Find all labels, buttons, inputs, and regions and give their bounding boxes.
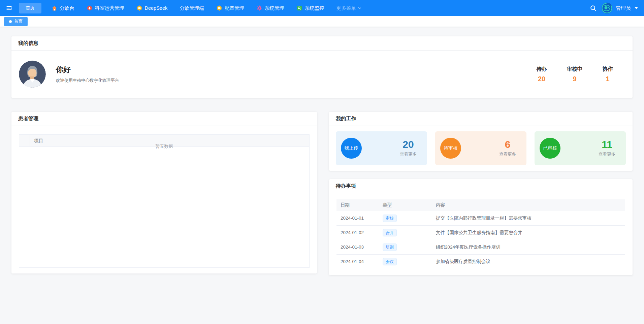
tile-count: 6 [493,139,522,150]
user-name: 管理员 [616,5,631,11]
todo-content: 提交【医院内部行政管理目录一栏】需要您审核 [432,211,625,225]
tab-label: 首页 [14,19,23,24]
user-avatar [19,61,46,88]
nav-item-label: 科室运营管理 [95,5,124,11]
tile-right: 6 查看更多 [493,139,522,157]
todo-content: 文件【国家公共卫生服务指南】需要您合并 [432,225,625,240]
tile-count: 20 [394,139,422,150]
nav-item-more-menu[interactable]: 更多菜单 [336,5,362,11]
table-row: 2024-01-01 审核 提交【医院内部行政管理目录一栏】需要您审核 [336,211,625,225]
todo-content: 参加省级医疗质量控制会议 [432,254,625,269]
my-work-card: 我的工作 我上传 20 查看更多 待审核 6 查看更多 [329,112,633,171]
table-row: 2024-01-04 会议 参加省级医疗质量控制会议 [336,254,625,269]
search-icon[interactable] [590,5,597,12]
nav-item-dept-operations[interactable]: 科室运营管理 [87,5,124,11]
nav-item-triage-admin[interactable]: 分诊管理端 [180,5,204,11]
todo-table-header-row: 日期 类型 内容 [336,199,625,211]
my-info-body: 你好 欢迎使用生殖中心数字化管理平台 待办 20 审核中 9 协作 1 [11,51,633,98]
patient-table-column-item: 项目 [30,138,43,144]
todo-date: 2024-01-02 [336,225,379,240]
patient-mgmt-header: 患者管理 [11,112,317,126]
view-more-link[interactable]: 查看更多 [394,152,422,157]
type-tag: 会议 [383,258,397,265]
nav-item-system-monitor[interactable]: 系统监控 [296,5,324,11]
column-content: 内容 [432,199,625,211]
greeting-text: 你好 [56,65,119,75]
todo-date: 2024-01-04 [336,254,379,269]
nav-item-label: 系统管理 [265,5,284,11]
todo-date: 2024-01-03 [336,240,379,254]
type-tag: 培训 [383,244,397,251]
work-tile-pending-review[interactable]: 待审核 6 查看更多 [435,131,526,165]
greeting-block: 你好 欢迎使用生殖中心数字化管理平台 [56,65,119,84]
todo-content: 组织2024年度医疗设备操作培训 [432,240,625,254]
stat-label: 待办 [533,66,550,73]
table-row: 2024-01-03 培训 组织2024年度医疗设备操作培训 [336,240,625,254]
stat-reviewing: 审核中 9 [566,66,583,83]
nav-item-system-mgmt[interactable]: 系统管理 [256,5,284,11]
navbar-right: 管理员 [590,2,638,14]
todo-header: 待办事项 [329,179,633,193]
gold-hex-robot-icon [216,5,222,11]
todo-title: 待办事项 [336,183,356,189]
stat-label: 协作 [599,66,616,73]
green-monitor-icon [296,5,302,11]
user-menu[interactable]: 管理员 [601,2,638,14]
nav-item-label: 分诊台 [60,5,74,11]
nav-menu: 分诊台 科室运营管理 DeepSeek 分诊管理端 配置管理 [52,5,362,11]
view-more-link[interactable]: 查看更多 [493,152,522,157]
stat-value: 9 [566,75,583,83]
nav-item-triage-desk[interactable]: 分诊台 [52,5,74,11]
nav-item-config-mgmt[interactable]: 配置管理 [216,5,244,11]
avatar [601,2,613,14]
my-work-header: 我的工作 [329,112,633,126]
nav-item-deepseek[interactable]: DeepSeek [136,5,168,11]
house-icon [52,5,57,11]
stat-todo: 待办 20 [533,66,550,83]
view-more-link[interactable]: 查看更多 [593,152,621,157]
type-tag: 合并 [383,229,397,236]
tile-right: 20 查看更多 [394,139,422,157]
patient-mgmt-title: 患者管理 [18,116,38,122]
column-type: 类型 [379,199,432,211]
main-content: 我的信息 你好 欢迎使用生殖中心数字化管理平台 [0,27,644,275]
stat-value: 20 [533,75,550,83]
todo-table: 日期 类型 内容 2024-01-01 审核 提交【医院内部行政管理目录一栏】需… [336,199,625,269]
todo-card: 待办事项 日期 类型 内容 2024-01-0 [329,179,633,275]
pending-circle-badge: 待审核 [440,138,461,159]
welcome-text: 欢迎使用生殖中心数字化管理平台 [56,78,119,84]
sidebar-collapse-icon[interactable] [5,4,13,12]
gold-hex-robot-icon [136,5,142,11]
tag-view-bar: 首页 [0,16,644,27]
stat-label: 审核中 [566,66,583,73]
todo-date: 2024-01-01 [336,211,379,225]
work-tile-reviewed[interactable]: 已审核 11 查看更多 [535,131,626,165]
pink-gear-icon [256,5,262,11]
patient-mgmt-card: 患者管理 项目 暂无数据 [11,112,317,273]
patient-table: 项目 暂无数据 [19,134,310,268]
tile-count: 11 [593,139,621,150]
nav-item-label: 配置管理 [225,5,244,11]
caret-down-icon [635,7,638,9]
type-tag: 审核 [383,215,397,222]
nav-item-label: 分诊管理端 [180,5,204,11]
nav-item-label: 更多菜单 [336,5,356,11]
tab-active-dot-icon [9,20,12,23]
my-work-title: 我的工作 [336,116,356,122]
nav-item-label: DeepSeek [145,5,168,11]
todo-body: 日期 类型 内容 2024-01-01 审核 提交【医院内部行政管理目录一栏】需… [329,193,633,269]
stat-value: 1 [599,75,616,83]
chevron-down-icon [358,6,362,10]
info-stats: 待办 20 审核中 9 协作 1 [533,66,616,83]
nav-item-label: 系统监控 [305,5,324,11]
tab-home[interactable]: 首页 [4,17,28,26]
home-button[interactable]: 首页 [19,3,41,13]
my-info-title: 我的信息 [18,40,38,46]
patient-mgmt-body: 项目 暂无数据 [11,126,317,274]
upload-circle-badge: 我上传 [341,138,362,159]
column-date: 日期 [336,199,379,211]
tile-right: 11 查看更多 [593,139,621,157]
my-work-body: 我上传 20 查看更多 待审核 6 查看更多 已 [329,126,633,165]
my-info-header: 我的信息 [11,36,633,51]
work-tile-my-uploads[interactable]: 我上传 20 查看更多 [336,131,427,165]
